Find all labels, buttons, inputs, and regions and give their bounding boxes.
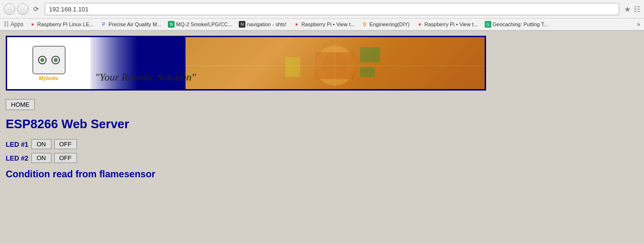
robot-eyes	[38, 56, 60, 64]
smoke-favicon: S	[168, 21, 175, 28]
banner-gradient-overlay: "Your Robotic Solution"	[90, 37, 185, 89]
forward-button[interactable]: →	[17, 3, 29, 15]
page-content: Mybotic "Your Robotic Solution"	[0, 31, 644, 222]
flame-sensor-title: Condition read from flamesensor	[6, 169, 638, 180]
bookmark-label-3: MQ-2 Smoke/LPG/CC...	[176, 21, 232, 27]
url-text: 192.168.1.101	[49, 6, 88, 13]
led2-off-button[interactable]: OFF	[54, 153, 77, 163]
bookmark-item-1[interactable]: ☀ Raspberry Pi Linux LE...	[26, 20, 97, 29]
banner-wrapper: Mybotic "Your Robotic Solution"	[0, 31, 644, 95]
led1-row: LED #1 ON OFF	[6, 139, 638, 149]
main-content: ESP8266 Web Server LED #1 ON OFF LED #2 …	[0, 114, 644, 183]
bookmark-item-2[interactable]: P Precise Air Quality M...	[98, 20, 164, 29]
bookmark-item-3[interactable]: S MQ-2 Smoke/LPG/CC...	[165, 20, 235, 29]
robot-logo: Mybotic	[32, 46, 66, 81]
browser-chrome: ← → ⟳ 192.168.1.101 ★ ☷ ☷ Apps ☀ Raspber…	[0, 0, 644, 31]
raspberry-favicon-2: ☀	[293, 21, 300, 28]
precise-favicon: P	[100, 21, 107, 28]
robot-eye-left	[38, 56, 47, 64]
bookmark-label-5: Raspberry Pi • View t...	[301, 21, 354, 27]
banner-slogan: "Your Robotic Solution"	[90, 71, 196, 89]
robot-pupil-right	[54, 58, 58, 62]
bookmark-label-8: Geocaching: Putting T...	[493, 21, 548, 27]
bookmark-label-7: Raspberry Pi • View t...	[424, 21, 478, 27]
back-button[interactable]: ←	[4, 3, 15, 15]
browser-toolbar: ← → ⟳ 192.168.1.101 ★ ☷	[0, 0, 644, 19]
bookmark-label-6: Engineering(DIY)	[370, 21, 410, 27]
banner: Mybotic "Your Robotic Solution"	[6, 36, 486, 91]
robot-name: Mybotic	[39, 75, 59, 81]
led2-row: LED #2 ON OFF	[6, 153, 638, 163]
svg-rect-6	[285, 57, 300, 77]
apps-bookmark[interactable]: ☷ Apps	[4, 21, 23, 28]
svg-rect-5	[360, 67, 375, 77]
reload-button[interactable]: ⟳	[30, 3, 42, 15]
raspberry-favicon-1: ☀	[29, 21, 36, 28]
apps-label: Apps	[10, 21, 23, 28]
address-bar[interactable]: 192.168.1.101	[45, 3, 619, 15]
robot-face	[32, 46, 66, 74]
led1-on-button[interactable]: ON	[31, 139, 51, 149]
bookmark-label-2: Precise Air Quality M...	[108, 21, 161, 27]
bookmark-item-6[interactable]: B Engineering(DIY)	[359, 20, 412, 29]
bookmark-item-7[interactable]: ☀ Raspberry Pi • View t...	[413, 20, 480, 29]
bookmark-item-5[interactable]: ☀ Raspberry Pi • View t...	[290, 20, 357, 29]
bookmark-item-4[interactable]: N navigation - shts!	[236, 20, 289, 29]
geo-favicon: G	[485, 21, 491, 28]
extension-icons: ☷	[634, 5, 640, 14]
banner-logo-area: Mybotic	[7, 37, 90, 89]
ext-icon-1[interactable]: ☷	[634, 5, 640, 14]
led2-label: LED #2	[6, 154, 29, 162]
bookmark-label-1: Raspberry Pi Linux LE...	[37, 21, 94, 27]
robot-eye-right	[51, 56, 60, 64]
led2-on-button[interactable]: ON	[31, 153, 51, 163]
bookmarks-bar: ☷ Apps ☀ Raspberry Pi Linux LE... P Prec…	[0, 19, 644, 30]
nav-buttons: ← → ⟳	[4, 3, 42, 15]
nav-favicon: N	[239, 21, 245, 28]
raspberry-favicon-3: ☀	[416, 21, 423, 28]
circuit-svg	[185, 37, 485, 89]
more-bookmarks-button[interactable]: »	[637, 21, 640, 28]
bookmark-star-icon[interactable]: ★	[624, 5, 631, 14]
bookmark-label-4: navigation - shts!	[247, 21, 286, 27]
bookmark-item-8[interactable]: G Geocaching: Putting T...	[482, 20, 551, 29]
apps-grid-icon: ☷	[4, 21, 9, 28]
page-title: ESP8266 Web Server	[6, 117, 638, 132]
svg-rect-4	[360, 47, 380, 62]
nav-section: HOME	[0, 95, 644, 114]
led1-label: LED #1	[6, 141, 29, 148]
led1-off-button[interactable]: OFF	[54, 139, 77, 149]
robot-pupil-left	[40, 58, 44, 62]
banner-circuit-image	[185, 37, 485, 89]
home-button[interactable]: HOME	[6, 99, 35, 110]
blog-favicon: B	[361, 21, 368, 28]
